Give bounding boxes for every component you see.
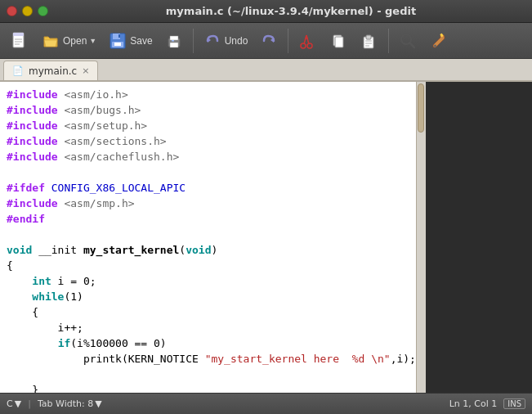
file-tab[interactable]: 📄 mymain.c × bbox=[3, 61, 98, 80]
code-line: #include <asm/smp.h> bbox=[7, 196, 416, 211]
tab-width-selector[interactable]: Tab Width: 8 ▼ bbox=[38, 398, 102, 409]
cut-icon bbox=[297, 31, 317, 51]
code-line: } bbox=[7, 382, 416, 393]
tab-close-button[interactable]: × bbox=[82, 65, 89, 76]
tab-width-dropdown-icon: ▼ bbox=[95, 398, 101, 409]
window-controls bbox=[7, 6, 48, 16]
print-button[interactable] bbox=[159, 28, 189, 54]
scrollbar-thumb[interactable] bbox=[418, 83, 424, 133]
svg-rect-1 bbox=[13, 33, 24, 36]
tools-button[interactable] bbox=[424, 28, 454, 54]
open-icon bbox=[41, 31, 60, 51]
code-line: { bbox=[7, 258, 416, 273]
save-icon bbox=[108, 31, 127, 51]
copy-icon bbox=[329, 31, 348, 51]
code-line: { bbox=[7, 304, 416, 320]
file-icon: 📄 bbox=[12, 65, 24, 76]
code-line: int i = 0; bbox=[7, 273, 416, 289]
paste-button[interactable] bbox=[355, 28, 384, 54]
print-icon bbox=[164, 31, 184, 51]
undo-button[interactable]: Undo bbox=[198, 28, 253, 54]
tab-width-label: Tab Width: 8 bbox=[38, 398, 93, 409]
svg-rect-7 bbox=[118, 34, 120, 38]
minimize-button[interactable] bbox=[22, 6, 33, 16]
toolbar: Open ▼ Save bbox=[0, 23, 532, 59]
code-editor[interactable]: #include <asm/io.h> #include <asm/bugs.h… bbox=[0, 82, 416, 393]
code-line: void __init my_start_kernel(void) bbox=[7, 242, 416, 258]
undo-label: Undo bbox=[225, 35, 248, 47]
code-line: #include <asm/bugs.h> bbox=[7, 102, 416, 118]
code-line: if(i%100000 == 0) bbox=[7, 335, 416, 351]
svg-rect-24 bbox=[366, 35, 371, 39]
svg-rect-22 bbox=[335, 37, 343, 47]
new-button[interactable] bbox=[5, 28, 34, 54]
language-label: C bbox=[7, 398, 13, 409]
close-button[interactable] bbox=[7, 6, 17, 16]
code-line: #include <asm/setup.h> bbox=[7, 118, 416, 133]
redo-icon bbox=[259, 31, 279, 51]
toolbar-separator-3 bbox=[388, 29, 389, 53]
cursor-position: Ln 1, Col 1 bbox=[449, 398, 498, 409]
window-title: mymain.c (~/linux-3.9.4/mykernel) - gedi… bbox=[56, 5, 525, 17]
redo-button[interactable] bbox=[254, 28, 284, 54]
open-label: Open bbox=[63, 35, 87, 47]
svg-point-30 bbox=[434, 44, 436, 47]
copy-button[interactable] bbox=[324, 28, 353, 54]
vertical-scrollbar[interactable] bbox=[416, 82, 426, 393]
editor-container: #include <asm/io.h> #include <asm/bugs.h… bbox=[0, 82, 532, 393]
language-selector[interactable]: C ▼ bbox=[7, 398, 21, 409]
paste-icon bbox=[360, 31, 379, 51]
code-line: printk(KERN_NOTICE "my_start_kernel here… bbox=[7, 351, 416, 367]
new-icon bbox=[10, 31, 29, 51]
svg-rect-12 bbox=[170, 43, 178, 47]
svg-line-29 bbox=[409, 43, 414, 47]
code-line: #include <asm/io.h> bbox=[7, 87, 416, 102]
code-line: #ifdef CONFIG_X86_LOCAL_APIC bbox=[7, 180, 416, 196]
open-dropdown-icon: ▼ bbox=[89, 37, 96, 45]
statusbar: C ▼ | Tab Width: 8 ▼ Ln 1, Col 1 INS bbox=[0, 393, 532, 414]
code-line: #endif bbox=[7, 211, 416, 227]
code-line: #include <asm/cacheflush.h> bbox=[7, 149, 416, 164]
tab-label: mymain.c bbox=[29, 65, 77, 77]
code-line bbox=[7, 227, 416, 242]
svg-rect-13 bbox=[172, 40, 174, 42]
status-right: Ln 1, Col 1 INS bbox=[449, 398, 525, 409]
code-line: while(1) bbox=[7, 289, 416, 304]
code-line bbox=[7, 367, 416, 382]
language-dropdown-icon: ▼ bbox=[15, 398, 21, 409]
code-line: i++; bbox=[7, 320, 416, 335]
code-line bbox=[7, 164, 416, 180]
save-label: Save bbox=[130, 35, 152, 47]
svg-line-19 bbox=[306, 35, 309, 44]
status-separator-1: | bbox=[28, 398, 31, 409]
tabbar: 📄 mymain.c × bbox=[0, 59, 532, 82]
undo-icon bbox=[203, 31, 222, 51]
insert-mode-badge: INS bbox=[503, 398, 525, 409]
code-line: #include <asm/sections.h> bbox=[7, 133, 416, 149]
search-button[interactable] bbox=[393, 28, 422, 54]
svg-rect-9 bbox=[114, 43, 121, 46]
search-icon bbox=[398, 31, 418, 51]
save-button[interactable]: Save bbox=[103, 28, 157, 54]
svg-point-17 bbox=[307, 43, 312, 48]
toolbar-separator-1 bbox=[193, 29, 194, 53]
open-button[interactable]: Open ▼ bbox=[36, 28, 101, 54]
svg-line-18 bbox=[304, 35, 306, 44]
toolbar-separator-2 bbox=[288, 29, 288, 53]
titlebar: mymain.c (~/linux-3.9.4/mykernel) - gedi… bbox=[0, 0, 532, 23]
svg-point-16 bbox=[301, 43, 306, 48]
maximize-button[interactable] bbox=[38, 6, 48, 16]
svg-rect-11 bbox=[170, 36, 178, 40]
cut-button[interactable] bbox=[293, 28, 322, 54]
tools-icon bbox=[429, 31, 449, 51]
